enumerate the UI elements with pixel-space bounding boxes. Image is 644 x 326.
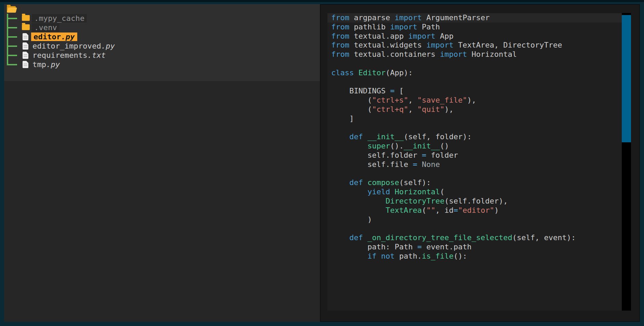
editor-scrollbar[interactable] — [622, 13, 631, 311]
tree-label: .venv — [32, 23, 59, 32]
code-line: yield Horizontal( — [327, 187, 622, 197]
folder-icon — [22, 24, 30, 30]
file-icon — [23, 61, 28, 68]
code-line: from textual.containers import Horizonta… — [327, 50, 622, 59]
code-line: ("ctrl+s", "save_file"), — [327, 96, 622, 105]
code-line: def compose(self): — [327, 178, 622, 187]
tree-guide — [4, 14, 18, 23]
code-line: BINDINGS = [ — [327, 87, 622, 96]
code-line — [327, 169, 622, 179]
code-line: self.file = None — [327, 160, 622, 169]
code-line: from textual.app import App — [327, 32, 622, 41]
code-line: class Editor(App): — [327, 68, 622, 78]
code-line: self.folder = folder — [327, 151, 622, 160]
open-folder-icon — [7, 6, 16, 13]
file-icon — [23, 52, 28, 59]
tree-guide — [4, 60, 18, 69]
code-line: path: Path = event.path — [327, 243, 622, 252]
code-line: from argparse import ArgumentParser — [327, 13, 622, 23]
code-line: TextArea("", id="editor") — [327, 206, 622, 215]
code-line — [327, 78, 622, 87]
code-line: ] — [327, 114, 622, 123]
tree-label: editor.py — [31, 32, 77, 41]
tree-row-editor_improved[interactable]: editor_improved.py — [4, 41, 320, 51]
code-line — [327, 59, 622, 68]
folder-icon — [22, 15, 30, 21]
text-area[interactable]: from argparse import ArgumentParserfrom … — [327, 13, 631, 311]
code-line: ) — [327, 215, 622, 224]
code-line — [327, 123, 622, 133]
code-line — [327, 224, 622, 233]
code-line: from pathlib import Path — [327, 23, 622, 32]
code-line: DirectoryTree(self.folder), — [327, 197, 622, 206]
file-tree-panel: .mypy_cache.venveditor.pyeditor_improved… — [4, 4, 320, 322]
code-line: def _on_directory_tree_file_selected(sel… — [327, 233, 622, 243]
window-top-edge — [0, 0, 644, 2]
code-line: if not path.is_file(): — [327, 252, 622, 261]
code-editor-panel: from argparse import ArgumentParserfrom … — [320, 4, 640, 322]
tree-row-editor[interactable]: editor.py — [4, 32, 320, 41]
code-line: ("ctrl+q", "quit"), — [327, 105, 622, 114]
tree-label: .mypy_cache — [32, 14, 87, 23]
tree-row-tmp[interactable]: tmp.py — [4, 60, 320, 69]
tree-guide — [4, 51, 18, 60]
tree-guide — [4, 32, 18, 41]
tree-row-requirements[interactable]: requirements.txt — [4, 51, 320, 60]
scrollbar-thumb[interactable] — [622, 15, 631, 142]
directory-tree[interactable]: .mypy_cache.venveditor.pyeditor_improved… — [4, 5, 320, 69]
code-line: super().__init__() — [327, 142, 622, 151]
tree-row-.mypy_cache[interactable]: .mypy_cache — [4, 14, 320, 23]
tree-label: requirements.txt — [32, 51, 106, 60]
tree-guide — [4, 23, 18, 32]
tree-guide — [4, 41, 18, 51]
code-area[interactable]: from argparse import ArgumentParserfrom … — [327, 13, 622, 311]
code-line: def __init__(self, folder): — [327, 132, 622, 142]
app-window: .mypy_cache.venveditor.pyeditor_improved… — [0, 0, 644, 326]
tree-label: editor_improved.py — [32, 42, 115, 50]
file-icon — [23, 42, 28, 50]
code-line: from textual.widgets import TextArea, Di… — [327, 41, 622, 50]
tree-label: tmp.py — [32, 60, 60, 69]
tree-root-row[interactable] — [4, 5, 320, 14]
tree-row-.venv[interactable]: .venv — [4, 23, 320, 32]
file-icon — [23, 33, 28, 40]
